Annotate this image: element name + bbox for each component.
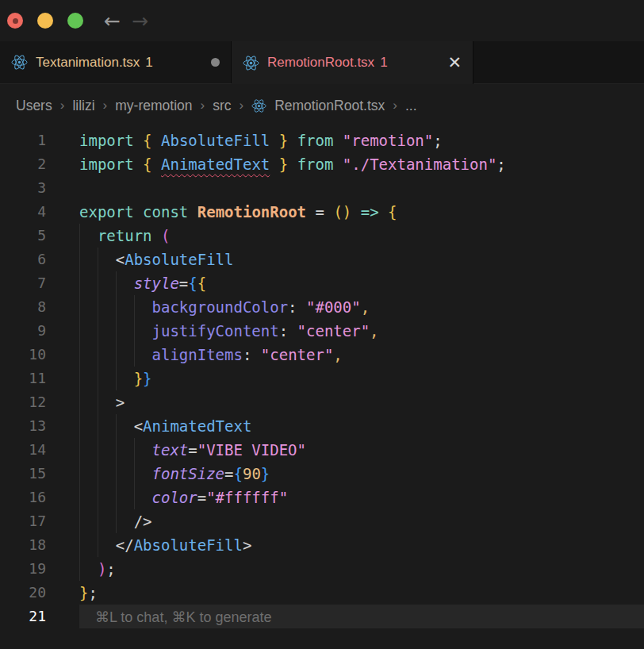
indent-guide: [116, 509, 117, 533]
tab-textanimation-tsx[interactable]: Textanimation.tsx1: [0, 41, 232, 83]
react-icon: [243, 55, 259, 71]
code-line-content[interactable]: return (: [79, 224, 644, 248]
token-kw: export: [79, 203, 134, 221]
line-number: 12: [0, 390, 46, 414]
forward-arrow-icon[interactable]: →: [132, 11, 148, 31]
breadcrumb-item-my-remotion[interactable]: my-remotion: [115, 98, 192, 114]
code-line-content[interactable]: import { AnimatedText } from "./Textanim…: [79, 152, 644, 176]
code-line-content[interactable]: );: [79, 557, 644, 581]
code-line-content[interactable]: alignItems: "center",: [79, 343, 644, 367]
code-line: 15 fontSize={90}: [0, 462, 644, 486]
indent-guide: [79, 367, 80, 390]
code-line: 4export const RemotionRoot = () => {: [0, 200, 644, 224]
code-line-content[interactable]: import { AbsoluteFill } from "remotion";: [79, 129, 644, 152]
indent-guide: [134, 438, 135, 462]
tab-remotionroot-tsx[interactable]: RemotionRoot.tsx1✕: [232, 41, 473, 84]
react-icon: [11, 54, 28, 71]
indent-guide: [98, 390, 98, 414]
traffic-lights: [7, 13, 83, 29]
token-text: [351, 203, 360, 221]
token-pun: />: [134, 513, 152, 530]
modified-dot-icon[interactable]: [211, 58, 220, 67]
code-line-content[interactable]: fontSize={90}: [79, 462, 644, 486]
token-text: [288, 322, 297, 340]
token-text: [134, 132, 143, 149]
token-text: [270, 132, 278, 149]
line-number: 3: [0, 176, 46, 200]
code-line-content[interactable]: <AbsoluteFill: [79, 248, 644, 271]
code-line: 7 style={{: [0, 271, 644, 295]
code-line-content[interactable]: <AnimatedText: [79, 414, 644, 438]
code-editor[interactable]: 1import { AbsoluteFill } from "remotion"…: [0, 127, 644, 628]
indent-guide: [79, 271, 80, 295]
token-type: AbsoluteFill: [161, 132, 270, 149]
token-pun: :: [279, 322, 288, 340]
line-number: 4: [0, 200, 46, 224]
ai-hint-ghost-text: ⌘L to chat, ⌘K to generate: [79, 609, 271, 625]
minimize-button[interactable]: [37, 13, 53, 29]
breadcrumb-item-lilizi[interactable]: lilizi: [72, 98, 94, 114]
code-line-content[interactable]: export const RemotionRoot = () => {: [79, 200, 644, 224]
token-pun: ;: [433, 132, 442, 149]
code-line: 21⌘L to chat, ⌘K to generate: [0, 605, 644, 628]
indent-guide: [98, 509, 98, 533]
token-pun: ;: [496, 156, 505, 173]
line-number: 1: [0, 129, 46, 152]
token-text: [134, 156, 143, 173]
token-pun: ;: [88, 584, 97, 601]
code-line-content[interactable]: >: [79, 390, 644, 414]
token-text: [297, 298, 306, 316]
code-line-content[interactable]: color="#ffffff": [79, 486, 644, 509]
code-line: 8 backgroundColor: "#000",: [0, 295, 644, 319]
code-line-content[interactable]: backgroundColor: "#000",: [79, 295, 644, 319]
react-icon: [251, 98, 266, 113]
code-line-content[interactable]: </AbsoluteFill>: [79, 533, 644, 557]
back-arrow-icon[interactable]: ←: [104, 11, 121, 31]
indent-guide: [116, 367, 117, 390]
breadcrumb-symbol-ellipsis[interactable]: ...: [405, 98, 417, 114]
token-type: AnimatedText: [143, 417, 251, 435]
breadcrumb-item-src[interactable]: src: [213, 98, 231, 114]
indent-guide: [116, 414, 117, 438]
close-icon[interactable]: ✕: [447, 55, 462, 71]
token-text: [79, 513, 134, 530]
indent-guide: [79, 343, 80, 367]
token-text: [251, 346, 260, 363]
code-line-content[interactable]: ⌘L to chat, ⌘K to generate: [79, 605, 644, 628]
breadcrumb-item-users[interactable]: Users: [16, 98, 52, 114]
token-attr: color: [152, 489, 197, 506]
token-b1: ): [343, 203, 351, 221]
code-line-content[interactable]: text="VIBE VIDEO": [79, 438, 644, 462]
token-b1: {: [143, 156, 151, 173]
token-text: [270, 156, 278, 173]
indent-guide: [79, 224, 80, 248]
token-text: [333, 156, 342, 173]
line-number: 15: [0, 462, 46, 486]
tab-problem-count: 1: [145, 55, 152, 71]
indent-guide: [79, 390, 80, 414]
token-pun: =: [197, 489, 206, 506]
indent-guide: [98, 319, 98, 343]
chevron-right-icon: ›: [103, 98, 108, 113]
code-line-content[interactable]: };: [79, 581, 644, 605]
token-attr: fontSize: [152, 465, 225, 482]
indent-guide: [79, 509, 80, 533]
breadcrumb-item-file[interactable]: RemotionRoot.tsx: [274, 98, 385, 114]
zoom-button[interactable]: [67, 13, 83, 29]
code-line-content[interactable]: style={{: [79, 271, 644, 295]
token-text: [79, 370, 134, 387]
token-pun: <: [116, 251, 125, 268]
unsaved-dot-indicator: [13, 18, 18, 24]
code-line-content[interactable]: [79, 176, 644, 200]
editor-tab-bar: Textanimation.tsx1RemotionRoot.tsx1✕: [0, 41, 644, 84]
code-line-content[interactable]: }}: [79, 367, 644, 390]
code-line-content[interactable]: />: [79, 509, 644, 533]
line-number: 21: [0, 605, 46, 628]
indent-guide: [98, 533, 98, 557]
code-line-content[interactable]: justifyContent: "center",: [79, 319, 644, 343]
line-number: 16: [0, 486, 46, 509]
close-button[interactable]: [7, 13, 23, 29]
token-pun: >: [116, 394, 125, 411]
token-prop: justifyContent: [152, 322, 279, 340]
line-number: 7: [0, 271, 46, 295]
